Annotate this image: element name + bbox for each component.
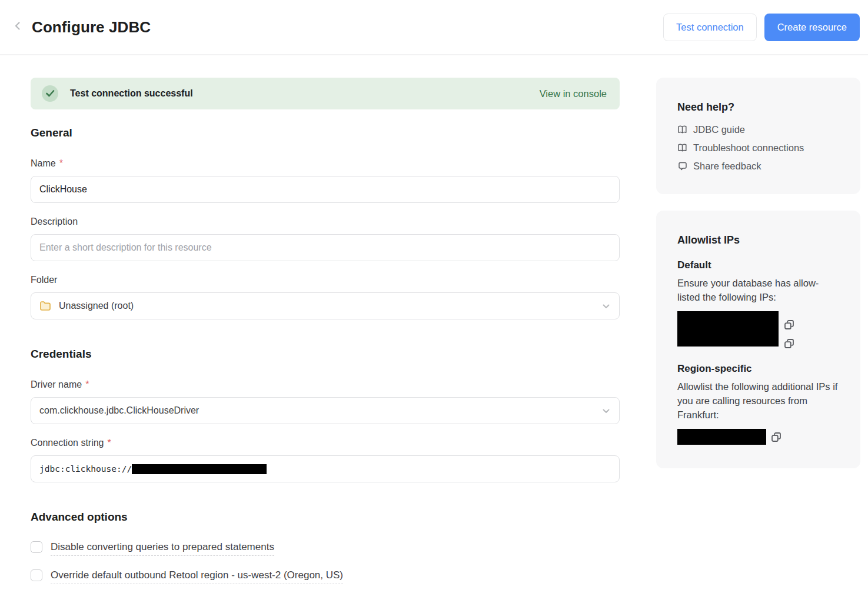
redacted-default-ips [677, 311, 779, 347]
advanced-option-row: Disable converting queries to prepared s… [31, 541, 620, 556]
redacted-connection-host [132, 464, 267, 474]
need-help-heading: Need help? [677, 101, 840, 114]
driver-name-label: Driver name* [31, 379, 620, 390]
checkbox-label[interactable]: Override default outbound Retool region … [51, 569, 343, 584]
redacted-region-ip [677, 429, 766, 445]
general-heading: General [31, 126, 620, 139]
page-title: Configure JDBC [32, 18, 151, 36]
create-resource-button[interactable]: Create resource [764, 14, 860, 41]
checkbox-label[interactable]: Disable converting queries to prepared s… [51, 541, 274, 556]
chevron-down-icon [603, 405, 610, 416]
allowlist-region-subheading: Region-specific [677, 363, 840, 375]
book-icon [677, 144, 687, 152]
region-ip-block [677, 429, 840, 445]
override-region-checkbox[interactable] [31, 569, 42, 581]
copy-icon[interactable] [771, 432, 781, 442]
help-link-label: Troubleshoot connections [693, 142, 804, 154]
allowlist-default-subheading: Default [677, 259, 840, 271]
book-icon [677, 125, 687, 134]
troubleshoot-connections-link[interactable]: Troubleshoot connections [677, 142, 840, 154]
test-connection-button[interactable]: Test connection [663, 14, 757, 41]
chevron-down-icon [603, 301, 610, 311]
advanced-options-heading: Advanced options [31, 511, 620, 524]
folder-field-group: Folder Unassigned (root) [31, 275, 620, 319]
help-sidebar: Need help? JDBC guide Troubleshoot conne… [656, 78, 860, 584]
copy-buttons [771, 429, 781, 445]
default-ip-block [677, 311, 840, 349]
need-help-panel: Need help? JDBC guide Troubleshoot conne… [656, 78, 860, 194]
name-field-group: Name* [31, 158, 620, 203]
connection-string-input[interactable]: jdbc:clickhouse:// [31, 455, 620, 482]
connection-string-label: Connection string* [31, 438, 620, 448]
folder-label: Folder [31, 275, 620, 285]
allowlist-ips-panel: Allowlist IPs Default Ensure your databa… [656, 211, 860, 468]
required-asterisk: * [85, 379, 89, 390]
chat-bubble-icon [677, 162, 687, 171]
view-in-console-link[interactable]: View in console [540, 88, 607, 99]
folder-select-value: Unassigned (root) [59, 301, 134, 311]
prepared-statements-checkbox[interactable] [31, 541, 42, 553]
advanced-option-row: Override default outbound Retool region … [31, 569, 620, 584]
header-actions: Test connection Create resource [663, 14, 860, 41]
allowlist-region-body: Allowlist the following additional IPs i… [677, 379, 840, 422]
name-input[interactable] [31, 176, 620, 203]
description-field-group: Description [31, 216, 620, 261]
share-feedback-link[interactable]: Share feedback [677, 161, 840, 172]
driver-name-select[interactable]: com.clickhouse.jdbc.ClickHouseDriver [31, 397, 620, 424]
copy-icon[interactable] [784, 319, 794, 330]
help-links: JDBC guide Troubleshoot connections Shar… [677, 124, 840, 172]
required-asterisk: * [59, 158, 63, 169]
driver-name-field-group: Driver name* com.clickhouse.jdbc.ClickHo… [31, 379, 620, 424]
config-form: Test connection successful View in conso… [31, 78, 620, 584]
page-header: Configure JDBC Test connection Create re… [0, 0, 868, 55]
credentials-heading: Credentials [31, 348, 620, 361]
allowlist-default-body: Ensure your database has allow-listed th… [677, 276, 840, 304]
copy-icon[interactable] [784, 338, 794, 349]
chevron-left-icon [14, 21, 22, 33]
banner-message: Test connection successful [70, 88, 193, 99]
check-circle-icon [42, 85, 58, 102]
folder-icon [39, 301, 51, 311]
jdbc-guide-link[interactable]: JDBC guide [677, 124, 840, 135]
name-label: Name* [31, 158, 620, 169]
connection-string-prefix: jdbc:clickhouse:// [39, 464, 132, 474]
copy-buttons [784, 311, 794, 349]
help-link-label: Share feedback [693, 161, 761, 172]
folder-select[interactable]: Unassigned (root) [31, 292, 620, 319]
driver-name-select-value: com.clickhouse.jdbc.ClickHouseDriver [39, 405, 199, 416]
back-button[interactable] [9, 19, 26, 35]
connection-string-field-group: Connection string* jdbc:clickhouse:// [31, 438, 620, 482]
help-link-label: JDBC guide [693, 124, 745, 135]
description-label: Description [31, 216, 620, 227]
required-asterisk: * [108, 438, 111, 448]
allowlist-heading: Allowlist IPs [677, 234, 840, 246]
success-banner: Test connection successful View in conso… [31, 78, 620, 109]
description-input[interactable] [31, 234, 620, 261]
